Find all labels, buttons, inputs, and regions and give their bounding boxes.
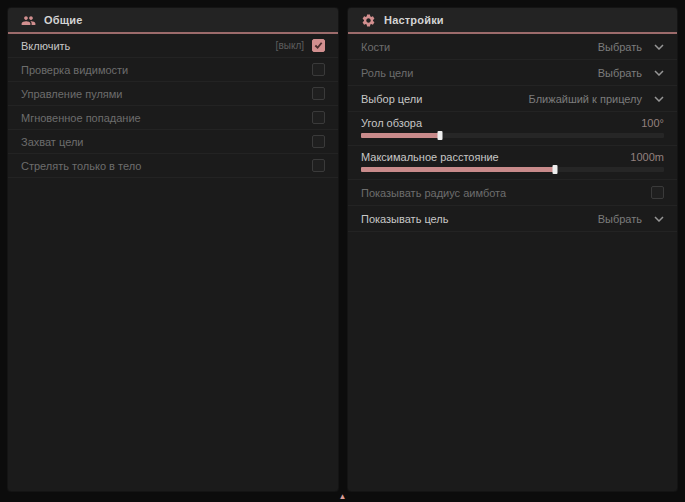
checkbox-row: Проверка видимости	[8, 58, 338, 82]
users-icon	[21, 13, 36, 28]
row-label: Проверка видимости	[21, 64, 128, 76]
checkbox-row: Управление пулями	[8, 82, 338, 106]
checkbox-row: Включить[выкл]	[8, 34, 338, 58]
row-label: Захват цели	[21, 136, 83, 148]
dropdown-row: Выбор целиБлижайший к прицелу	[348, 86, 677, 112]
row-label: Мгновенное попадание	[21, 112, 141, 124]
checkbox[interactable]	[312, 111, 325, 124]
row-label: Показывать радиус аимбота	[361, 187, 506, 199]
slider-row: Угол обзора100°	[348, 112, 677, 146]
dropdown-row: Роль целиВыбрать	[348, 60, 677, 86]
row-label: Стрелять только в тело	[21, 160, 141, 172]
slider-track[interactable]	[361, 133, 664, 138]
slider-fill	[361, 167, 555, 172]
dropdown[interactable]: Выбрать	[598, 39, 664, 55]
general-panel-title: Общие	[44, 14, 83, 26]
general-panel-header: Общие	[8, 8, 338, 34]
slider-label: Максимальное расстояние	[361, 151, 499, 163]
chevron-down-icon	[654, 70, 664, 76]
slider-fill	[361, 133, 440, 138]
row-label: Выбор цели	[361, 93, 422, 105]
chevron-down-icon	[654, 96, 664, 102]
dropdown-value: Выбрать	[598, 41, 642, 53]
slider-row: Максимальное расстояние1000m	[348, 146, 677, 180]
row-label: Кости	[361, 41, 390, 53]
scroll-up-indicator[interactable]: ▲	[339, 493, 347, 501]
slider-track[interactable]	[361, 167, 664, 172]
gear-icon	[361, 13, 376, 28]
checkbox[interactable]	[312, 135, 325, 148]
checkbox[interactable]	[651, 186, 664, 199]
row-label: Показывать цель	[361, 213, 449, 225]
checkbox[interactable]	[312, 63, 325, 76]
dropdown[interactable]: Ближайший к прицелу	[529, 91, 664, 107]
settings-panel: Настройки КостиВыбратьРоль целиВыбратьВы…	[348, 8, 677, 491]
checkbox[interactable]	[312, 39, 325, 52]
checkbox-row: Мгновенное попадание	[8, 106, 338, 130]
checkbox[interactable]	[312, 87, 325, 100]
dropdown-row: Показывать цельВыбрать	[348, 206, 677, 232]
dropdown-row: КостиВыбрать	[348, 34, 677, 60]
slider-value: 100°	[641, 117, 664, 129]
dropdown[interactable]: Выбрать	[598, 65, 664, 81]
checkbox-row: Стрелять только в тело	[8, 154, 338, 178]
checkbox[interactable]	[312, 159, 325, 172]
slider-thumb[interactable]	[552, 165, 557, 174]
row-label: Включить	[21, 40, 70, 52]
dropdown-value: Выбрать	[598, 213, 642, 225]
checkbox-row: Захват цели	[8, 130, 338, 154]
dropdown[interactable]: Выбрать	[598, 211, 664, 227]
settings-panel-title: Настройки	[384, 14, 444, 26]
dropdown-value: Выбрать	[598, 67, 642, 79]
general-panel: Общие Включить[выкл]Проверка видимостиУп…	[8, 8, 338, 491]
settings-panel-header: Настройки	[348, 8, 677, 34]
dropdown-value: Ближайший к прицелу	[529, 93, 642, 105]
row-label: Управление пулями	[21, 88, 123, 100]
slider-label: Угол обзора	[361, 117, 422, 129]
chevron-down-icon	[654, 216, 664, 222]
slider-thumb[interactable]	[437, 131, 442, 140]
checkbox-row: Показывать радиус аимбота	[348, 180, 677, 206]
row-label: Роль цели	[361, 67, 413, 79]
slider-value: 1000m	[630, 151, 664, 163]
chevron-down-icon	[654, 44, 664, 50]
hotkey-label: [выкл]	[276, 40, 304, 51]
